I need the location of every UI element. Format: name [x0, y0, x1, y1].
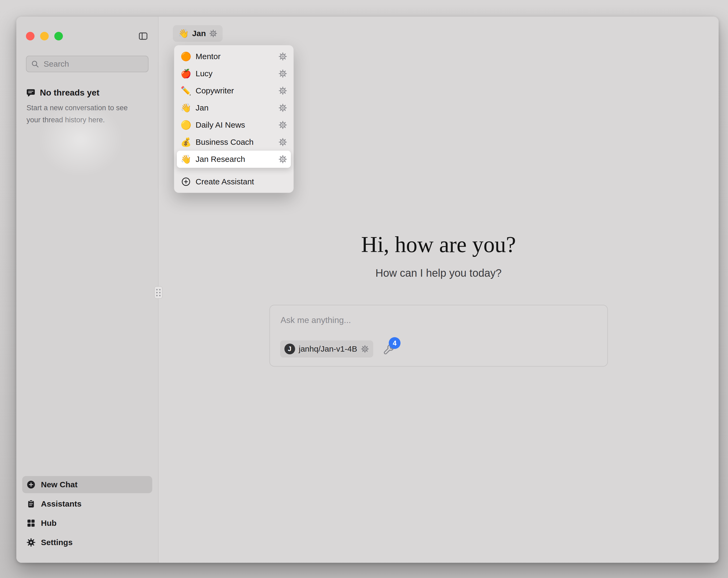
assistant-item-emoji: ✏️ [181, 86, 191, 95]
greeting-subtitle: How can I help you today? [375, 267, 501, 279]
threads-empty-state: No threads yet Start a new conversation … [26, 88, 149, 126]
grip-dot [156, 292, 158, 293]
tools-count-badge: 4 [389, 337, 400, 349]
assistant-item-gear-icon[interactable] [279, 52, 287, 61]
nav-label-assistants: Assistants [41, 499, 82, 508]
search-field[interactable] [26, 56, 149, 72]
app-window: No threads yet Start a new conversation … [16, 17, 719, 563]
grip-dot [159, 289, 160, 290]
nav-label-settings: Settings [41, 538, 73, 547]
assistant-item-label: Business Coach [196, 137, 274, 147]
sidebar-resize-handle[interactable] [154, 286, 162, 299]
assistant-item-label: Jan Research [196, 155, 274, 164]
minimize-button[interactable] [40, 32, 49, 41]
assistant-item-emoji: 🍎 [181, 69, 191, 78]
search-icon [31, 60, 39, 68]
new-chat-button[interactable]: New Chat [22, 476, 152, 493]
assistant-item-label: Daily AI News [196, 120, 274, 129]
sidebar-item-hub[interactable]: Hub [22, 514, 152, 532]
assistant-menu-item-jan[interactable]: 👋 Jan [177, 99, 291, 117]
grip-dot [156, 289, 158, 290]
chat-input[interactable] [280, 315, 597, 325]
close-button[interactable] [26, 32, 34, 41]
assistant-item-label: Mentor [196, 52, 274, 61]
traffic-lights [26, 32, 63, 41]
assistant-menu-item-lucy[interactable]: 🍎 Lucy [177, 65, 291, 82]
assistant-selector[interactable]: 👋 Jan [173, 25, 223, 42]
assistant-menu-item-copywriter[interactable]: ✏️ Copywriter [177, 82, 291, 99]
assistants-icon [26, 499, 35, 508]
assistant-item-gear-icon[interactable] [279, 104, 287, 112]
assistant-item-emoji: 👋 [181, 155, 191, 164]
assistant-item-gear-icon[interactable] [279, 138, 287, 146]
assistant-item-emoji: 🟡 [181, 121, 191, 129]
search-input[interactable] [43, 59, 144, 69]
assistant-item-label: Copywriter [196, 86, 274, 95]
model-settings-icon[interactable] [361, 345, 369, 353]
plus-outline-icon [181, 177, 191, 186]
assistant-item-gear-icon[interactable] [279, 86, 287, 95]
assistant-menu-item-jan-research[interactable]: 👋 Jan Research [177, 151, 291, 168]
titlebar [26, 17, 149, 56]
assistant-item-gear-icon[interactable] [279, 69, 287, 78]
sidebar-toggle-icon [138, 31, 149, 41]
model-name: janhq/Jan-v1-4B [299, 344, 357, 353]
assistant-item-gear-icon[interactable] [279, 121, 287, 129]
plus-circle-icon [26, 480, 35, 489]
assistant-item-emoji: 👋 [181, 104, 191, 112]
assistant-item-gear-icon[interactable] [279, 155, 287, 164]
model-selector[interactable]: J janhq/Jan-v1-4B [280, 341, 373, 357]
grip-dot [159, 292, 160, 293]
sidebar-toggle-button[interactable] [138, 31, 149, 41]
sidebar: No threads yet Start a new conversation … [16, 17, 158, 563]
sidebar-nav: New Chat Assistants Hub Settings [22, 476, 152, 563]
main-area: 👋 Jan 🟠 Mentor 🍎 Lucy ✏️ Copywriter 👋 [158, 17, 719, 563]
tools-button[interactable]: 4 [383, 343, 396, 355]
nav-label-new-chat: New Chat [41, 480, 78, 489]
assistant-menu-item-daily-ai-news[interactable]: 🟡 Daily AI News [177, 117, 291, 133]
chat-bubble-icon [26, 88, 35, 98]
assistant-item-emoji: 💰 [181, 138, 191, 146]
assistant-emoji: 👋 [178, 29, 189, 38]
greeting-title: Hi, how are you? [361, 231, 516, 257]
assistant-item-label: Jan [196, 103, 274, 112]
nav-label-hub: Hub [41, 519, 56, 528]
sidebar-item-settings[interactable]: Settings [22, 534, 152, 551]
empty-state-title: No threads yet [40, 88, 99, 98]
assistant-settings-icon[interactable] [209, 29, 217, 37]
gear-icon [26, 538, 35, 547]
assistant-menu: 🟠 Mentor 🍎 Lucy ✏️ Copywriter 👋 Jan 🟡 [174, 45, 294, 193]
assistant-menu-item-business-coach[interactable]: 💰 Business Coach [177, 133, 291, 151]
hub-icon [26, 519, 35, 528]
grip-dot [156, 295, 158, 296]
sidebar-item-assistants[interactable]: Assistants [22, 495, 152, 512]
composer: J janhq/Jan-v1-4B 4 [269, 305, 608, 367]
assistant-menu-item-mentor[interactable]: 🟠 Mentor [177, 48, 291, 65]
model-avatar: J [284, 344, 295, 354]
assistant-item-emoji: 🟠 [181, 52, 191, 61]
zoom-button[interactable] [54, 32, 63, 41]
grip-dot [159, 295, 160, 296]
empty-state-description: Start a new conversation to see your thr… [26, 102, 141, 126]
assistant-item-label: Lucy [196, 69, 274, 78]
create-assistant-button[interactable]: Create Assistant [177, 173, 291, 190]
create-assistant-label: Create Assistant [196, 177, 254, 186]
assistant-name: Jan [192, 29, 206, 38]
